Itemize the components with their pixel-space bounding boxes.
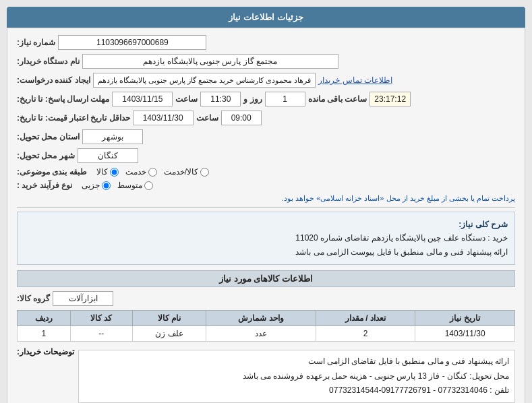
note-text: پرداخت تمام یا بخشی از مبلغ خرید از محل …: [282, 194, 515, 203]
items-section-title: اطلاعات کالاهای مورد نیاز: [17, 270, 515, 287]
col-tedad: تعداد / مقدار: [316, 311, 415, 326]
hadaqal-saat-label: ساعت: [196, 113, 218, 123]
buyer-note-line2: محل تحویل: کنگان - فاز 13 پارس جنوبی - ه…: [84, 369, 509, 384]
mohlat-rooz-label: روز و: [243, 94, 262, 104]
ijad-label: ایجاد کننده درخواست:: [17, 75, 90, 85]
name-dastgah-label: نام دستگاه خریدار:: [17, 57, 80, 66]
buyer-notes-label: توضیحات خریدار:: [17, 347, 74, 356]
ostan-value: بوشهر: [82, 129, 143, 144]
buyer-notes-content: ارائه پیشنهاد فنی و مالی منطبق با فایل ت…: [78, 350, 515, 403]
mohlat-rooz-value: 1: [265, 92, 305, 106]
shahr-value: کنگان: [78, 148, 138, 163]
sarh-label: شرح کلی نیاز:: [459, 220, 508, 229]
name-dastgah-value: مجتمع گاز پارس جنوبی پالایشگاه یازدهم: [82, 54, 338, 69]
ostan-label: استان محل تحویل:: [17, 132, 80, 142]
table-row: 1403/11/30 2 عدد علف زن -- 1: [18, 326, 515, 342]
mohlat-saat-label: ساعت: [175, 94, 198, 104]
radio-kala[interactable]: کالا: [96, 167, 119, 177]
hadaqal-label: حداقل تاریخ اعتبار قیمت: تا تاریخ:: [17, 113, 130, 123]
radio-jozi[interactable]: جزیی: [82, 181, 111, 190]
cell-radif: 1: [18, 326, 71, 342]
sarh-line2: ارائه پیشنهاد فنی و مالی منطبق با فایل پ…: [24, 245, 508, 259]
col-kod: کد کالا: [70, 311, 132, 326]
mohlat-label: مهلت ارسال پاسخ: تا تاریخ:: [17, 94, 109, 104]
nove-label: نوع فرآیند خرید :: [17, 181, 72, 190]
shomare-niaz-label: شماره نیاز:: [17, 38, 55, 47]
cell-vahed: عدد: [206, 326, 316, 342]
sarh-section: شرح کلی نیاز: خرید : دستگاه علف چین پالا…: [17, 212, 515, 265]
mohlat-baqi-value: 23:17:12: [370, 92, 411, 106]
sarh-line1: خرید : دستگاه علف چین پالایشگاه یازدهم ت…: [24, 231, 508, 245]
buyer-note-line3: تلفن : 07732314046 - 09177726791-0773231…: [84, 383, 509, 398]
mohlat-baqi-label: ساعت باقی مانده: [308, 94, 367, 104]
radio-motavaset[interactable]: متوسط: [117, 181, 153, 190]
mohlat-date-value: 1403/11/15: [112, 92, 173, 106]
radio-kala-khadamat[interactable]: کالا/خدمت: [164, 167, 209, 177]
radio-khadamat[interactable]: خدمت: [125, 167, 157, 177]
tabaqe-label: طبقه بندی موضوعی:: [17, 167, 87, 177]
ettelaat-tamas-link[interactable]: اطلاعات تماس خریدار: [318, 75, 392, 85]
cell-tedad: 2: [316, 326, 415, 342]
page-title: جزئیات اطلاعات نیاز: [229, 12, 303, 22]
hadaqal-saat-value: 09:00: [221, 111, 262, 125]
hadaqal-date-value: 1403/11/30: [133, 111, 194, 125]
page-header: جزئیات اطلاعات نیاز: [7, 7, 525, 28]
col-radif: ردیف: [18, 311, 71, 326]
ijad-value: فرهاد محمودی کارشناس خرید مجتمع گاز پارس…: [93, 73, 316, 88]
shomare-niaz-value: 1103096697000689: [58, 35, 206, 50]
group-value: ابزارآلات: [53, 291, 113, 306]
buyer-note-line1: ارائه پیشنهاد فنی و مالی منطبق با فایل ت…: [84, 354, 509, 369]
mohlat-saat-value: 11:30: [200, 92, 241, 106]
cell-kod: --: [70, 326, 132, 342]
shahr-label: شهر محل تحویل:: [17, 151, 75, 160]
col-naam: نام کالا: [132, 311, 206, 326]
cell-tarikh: 1403/11/30: [415, 326, 515, 342]
items-table: تاریخ نیاز تعداد / مقدار واحد شمارش نام …: [17, 310, 515, 342]
col-vahed: واحد شمارش: [206, 311, 316, 326]
col-tarikh: تاریخ نیاز: [415, 311, 515, 326]
group-label: گروه کالا:: [17, 294, 50, 303]
cell-naam: علف زن: [132, 326, 206, 342]
